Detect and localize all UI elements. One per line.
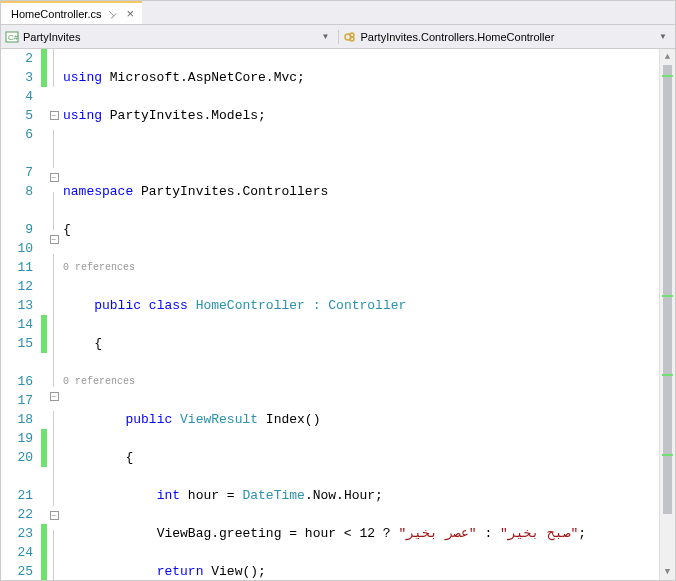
line-number: 2 xyxy=(1,49,33,68)
line-number-gutter: 2 3 4 5 6 7 8 9 10 11 12 13 14 15 16 17 … xyxy=(1,49,41,580)
line-number: 19 xyxy=(1,429,33,448)
line-number: 15 xyxy=(1,334,33,353)
line-number: 9 xyxy=(1,220,33,239)
codelens-references[interactable]: 0 references xyxy=(63,258,135,277)
navigation-bar: C# PartyInvites ▼ PartyInvites.Controlle… xyxy=(1,25,675,49)
nav-scope-right[interactable]: PartyInvites.Controllers.HomeController … xyxy=(339,30,676,44)
fold-toggle[interactable]: − xyxy=(47,111,61,130)
line-number: 25 xyxy=(1,562,33,581)
line-number: 14 xyxy=(1,315,33,334)
line-number: 7 xyxy=(1,163,33,182)
line-number: 8 xyxy=(1,182,33,201)
change-marker xyxy=(662,295,673,297)
tab-bar: HomeController.cs ⊣ × xyxy=(1,1,675,25)
scroll-thumb[interactable] xyxy=(663,65,672,514)
scroll-up-icon[interactable]: ▲ xyxy=(660,49,675,65)
line-number: 17 xyxy=(1,391,33,410)
nav-scope-left[interactable]: C# PartyInvites ▼ xyxy=(1,30,339,44)
line-number: 21 xyxy=(1,486,33,505)
dropdown-icon[interactable]: ▼ xyxy=(318,32,334,41)
fold-toggle[interactable]: − xyxy=(47,392,61,411)
code-content[interactable]: using Microsoft.AspNetCore.Mvc; using Pa… xyxy=(61,49,675,580)
line-number: 3 xyxy=(1,68,33,87)
line-number: 4 xyxy=(1,87,33,106)
line-number: 22 xyxy=(1,505,33,524)
codelens-references[interactable]: 0 references xyxy=(63,372,135,391)
line-number: 5 xyxy=(1,106,33,125)
line-number: 6 xyxy=(1,125,33,144)
scroll-down-icon[interactable]: ▼ xyxy=(660,564,675,580)
dropdown-icon[interactable]: ▼ xyxy=(655,32,671,41)
scroll-track[interactable] xyxy=(660,65,675,564)
fold-toggle[interactable]: − xyxy=(47,511,61,530)
code-editor[interactable]: 2 3 4 5 6 7 8 9 10 11 12 13 14 15 16 17 … xyxy=(1,49,675,580)
close-icon[interactable]: × xyxy=(122,6,138,21)
code-folding-gutter: − − − − − xyxy=(47,49,61,580)
change-marker xyxy=(662,75,673,77)
file-tab[interactable]: HomeController.cs ⊣ × xyxy=(1,1,142,24)
line-number: 10 xyxy=(1,239,33,258)
svg-text:C#: C# xyxy=(8,33,19,42)
line-number: 24 xyxy=(1,543,33,562)
tab-label: HomeController.cs xyxy=(11,8,101,20)
change-marker xyxy=(662,454,673,456)
line-number: 16 xyxy=(1,372,33,391)
pin-icon[interactable]: ⊣ xyxy=(105,6,119,20)
svg-point-4 xyxy=(350,37,354,41)
line-number: 12 xyxy=(1,277,33,296)
csharp-project-icon: C# xyxy=(5,30,19,44)
line-number: 23 xyxy=(1,524,33,543)
vertical-scrollbar[interactable]: ▲ ▼ xyxy=(659,49,675,580)
line-number: 20 xyxy=(1,448,33,467)
nav-member-text: PartyInvites.Controllers.HomeController xyxy=(361,31,555,43)
change-marker xyxy=(662,374,673,376)
line-number: 11 xyxy=(1,258,33,277)
line-number: 13 xyxy=(1,296,33,315)
fold-toggle[interactable]: − xyxy=(47,173,61,192)
fold-toggle[interactable]: − xyxy=(47,235,61,254)
line-number: 18 xyxy=(1,410,33,429)
class-icon xyxy=(343,30,357,44)
nav-scope-text: PartyInvites xyxy=(23,31,80,43)
